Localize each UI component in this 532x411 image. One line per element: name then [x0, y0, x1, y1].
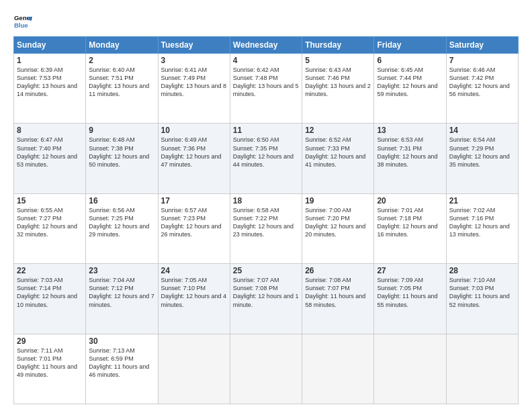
- calendar-page: General Blue SundayMondayTuesdayWednesda…: [0, 0, 532, 411]
- day-info: Sunrise: 6:50 AMSunset: 7:35 PMDaylight:…: [233, 136, 299, 169]
- day-number: 22: [17, 266, 83, 275]
- calendar-cell: 4Sunrise: 6:42 AMSunset: 7:48 PMDaylight…: [230, 54, 302, 124]
- weekday-header-thursday: Thursday: [302, 37, 374, 54]
- day-info: Sunrise: 7:07 AMSunset: 7:08 PMDaylight:…: [233, 276, 299, 309]
- day-number: 18: [233, 196, 299, 205]
- calendar-cell: 22Sunrise: 7:03 AMSunset: 7:14 PMDayligh…: [14, 264, 86, 334]
- day-info: Sunrise: 7:13 AMSunset: 6:59 PMDaylight:…: [89, 347, 154, 379]
- day-number: 10: [161, 126, 227, 135]
- day-info: Sunrise: 6:47 AMSunset: 7:40 PMDaylight:…: [17, 136, 83, 169]
- calendar-cell: [302, 334, 374, 404]
- svg-text:Blue: Blue: [14, 21, 28, 29]
- day-number: 2: [89, 56, 154, 65]
- calendar-cell: 21Sunrise: 7:02 AMSunset: 7:16 PMDayligh…: [446, 193, 518, 263]
- calendar-week-row: 1Sunrise: 6:39 AMSunset: 7:53 PMDaylight…: [14, 54, 519, 124]
- day-info: Sunrise: 6:42 AMSunset: 7:48 PMDaylight:…: [233, 66, 299, 99]
- day-info: Sunrise: 6:55 AMSunset: 7:27 PMDaylight:…: [17, 206, 83, 239]
- calendar-cell: 18Sunrise: 6:58 AMSunset: 7:22 PMDayligh…: [230, 193, 302, 263]
- day-number: 6: [377, 56, 443, 65]
- calendar-cell: 3Sunrise: 6:41 AMSunset: 7:49 PMDaylight…: [158, 54, 230, 124]
- calendar-cell: 6Sunrise: 6:45 AMSunset: 7:44 PMDaylight…: [374, 54, 446, 124]
- weekday-header-saturday: Saturday: [446, 37, 518, 54]
- calendar-cell: 25Sunrise: 7:07 AMSunset: 7:08 PMDayligh…: [230, 264, 302, 334]
- calendar-cell: [446, 334, 518, 404]
- day-info: Sunrise: 6:58 AMSunset: 7:22 PMDaylight:…: [233, 206, 299, 239]
- day-info: Sunrise: 6:53 AMSunset: 7:31 PMDaylight:…: [377, 136, 443, 169]
- day-info: Sunrise: 6:46 AMSunset: 7:42 PMDaylight:…: [449, 66, 515, 99]
- day-number: 29: [17, 336, 83, 346]
- day-number: 12: [305, 126, 371, 135]
- day-info: Sunrise: 6:54 AMSunset: 7:29 PMDaylight:…: [449, 136, 515, 169]
- header: General Blue: [13, 12, 519, 31]
- day-info: Sunrise: 6:45 AMSunset: 7:44 PMDaylight:…: [377, 66, 443, 99]
- day-number: 19: [305, 196, 371, 205]
- calendar-cell: 27Sunrise: 7:09 AMSunset: 7:05 PMDayligh…: [374, 264, 446, 334]
- calendar-cell: 16Sunrise: 6:56 AMSunset: 7:25 PMDayligh…: [86, 193, 158, 263]
- calendar-cell: 17Sunrise: 6:57 AMSunset: 7:23 PMDayligh…: [158, 193, 230, 263]
- calendar-week-row: 15Sunrise: 6:55 AMSunset: 7:27 PMDayligh…: [14, 193, 519, 263]
- calendar-cell: [158, 334, 230, 404]
- calendar-cell: 28Sunrise: 7:10 AMSunset: 7:03 PMDayligh…: [446, 264, 518, 334]
- day-info: Sunrise: 6:39 AMSunset: 7:53 PMDaylight:…: [17, 66, 83, 99]
- calendar-cell: 29Sunrise: 7:11 AMSunset: 7:01 PMDayligh…: [14, 334, 86, 404]
- day-info: Sunrise: 6:48 AMSunset: 7:38 PMDaylight:…: [89, 136, 154, 169]
- day-number: 7: [449, 56, 515, 65]
- calendar-cell: 11Sunrise: 6:50 AMSunset: 7:35 PMDayligh…: [230, 124, 302, 193]
- calendar-table: SundayMondayTuesdayWednesdayThursdayFrid…: [13, 36, 519, 404]
- day-info: Sunrise: 6:40 AMSunset: 7:51 PMDaylight:…: [89, 66, 154, 99]
- day-number: 27: [377, 266, 443, 275]
- calendar-week-row: 8Sunrise: 6:47 AMSunset: 7:40 PMDaylight…: [14, 124, 519, 193]
- day-number: 21: [449, 196, 515, 205]
- day-number: 1: [17, 56, 83, 65]
- calendar-cell: [230, 334, 302, 404]
- calendar-cell: 5Sunrise: 6:43 AMSunset: 7:46 PMDaylight…: [302, 54, 374, 124]
- day-number: 8: [17, 126, 83, 135]
- day-info: Sunrise: 7:01 AMSunset: 7:18 PMDaylight:…: [377, 206, 443, 239]
- day-info: Sunrise: 7:02 AMSunset: 7:16 PMDaylight:…: [449, 206, 515, 239]
- day-info: Sunrise: 6:56 AMSunset: 7:25 PMDaylight:…: [89, 206, 154, 239]
- day-number: 3: [161, 56, 227, 65]
- calendar-cell: 30Sunrise: 7:13 AMSunset: 6:59 PMDayligh…: [86, 334, 158, 404]
- day-info: Sunrise: 6:43 AMSunset: 7:46 PMDaylight:…: [305, 66, 371, 99]
- calendar-week-row: 29Sunrise: 7:11 AMSunset: 7:01 PMDayligh…: [14, 334, 519, 404]
- day-info: Sunrise: 6:41 AMSunset: 7:49 PMDaylight:…: [161, 66, 227, 99]
- calendar-cell: 7Sunrise: 6:46 AMSunset: 7:42 PMDaylight…: [446, 54, 518, 124]
- calendar-cell: [374, 334, 446, 404]
- day-number: 26: [305, 266, 371, 275]
- calendar-cell: 14Sunrise: 6:54 AMSunset: 7:29 PMDayligh…: [446, 124, 518, 193]
- weekday-header-tuesday: Tuesday: [158, 37, 230, 54]
- day-number: 24: [161, 266, 227, 275]
- day-info: Sunrise: 6:49 AMSunset: 7:36 PMDaylight:…: [161, 136, 227, 169]
- weekday-header-wednesday: Wednesday: [230, 37, 302, 54]
- day-number: 15: [17, 196, 83, 205]
- day-info: Sunrise: 7:10 AMSunset: 7:03 PMDaylight:…: [449, 276, 515, 309]
- day-info: Sunrise: 6:57 AMSunset: 7:23 PMDaylight:…: [161, 206, 227, 239]
- calendar-cell: 8Sunrise: 6:47 AMSunset: 7:40 PMDaylight…: [14, 124, 86, 193]
- day-number: 28: [449, 266, 515, 275]
- day-info: Sunrise: 7:03 AMSunset: 7:14 PMDaylight:…: [17, 276, 83, 309]
- day-number: 11: [233, 126, 299, 135]
- calendar-cell: 12Sunrise: 6:52 AMSunset: 7:33 PMDayligh…: [302, 124, 374, 193]
- calendar-cell: 2Sunrise: 6:40 AMSunset: 7:51 PMDaylight…: [86, 54, 158, 124]
- calendar-cell: 23Sunrise: 7:04 AMSunset: 7:12 PMDayligh…: [86, 264, 158, 334]
- day-number: 13: [377, 126, 443, 135]
- day-number: 5: [305, 56, 371, 65]
- weekday-header-row: SundayMondayTuesdayWednesdayThursdayFrid…: [14, 37, 519, 54]
- logo: General Blue: [13, 12, 35, 31]
- day-info: Sunrise: 6:52 AMSunset: 7:33 PMDaylight:…: [305, 136, 371, 169]
- calendar-cell: 10Sunrise: 6:49 AMSunset: 7:36 PMDayligh…: [158, 124, 230, 193]
- calendar-week-row: 22Sunrise: 7:03 AMSunset: 7:14 PMDayligh…: [14, 264, 519, 334]
- day-info: Sunrise: 7:04 AMSunset: 7:12 PMDaylight:…: [89, 276, 154, 309]
- calendar-cell: 15Sunrise: 6:55 AMSunset: 7:27 PMDayligh…: [14, 193, 86, 263]
- day-number: 20: [377, 196, 443, 205]
- calendar-cell: 26Sunrise: 7:08 AMSunset: 7:07 PMDayligh…: [302, 264, 374, 334]
- day-number: 25: [233, 266, 299, 275]
- day-number: 14: [449, 126, 515, 135]
- day-number: 17: [161, 196, 227, 205]
- day-info: Sunrise: 7:00 AMSunset: 7:20 PMDaylight:…: [305, 206, 371, 239]
- weekday-header-sunday: Sunday: [14, 37, 86, 54]
- calendar-cell: 1Sunrise: 6:39 AMSunset: 7:53 PMDaylight…: [14, 54, 86, 124]
- day-number: 16: [89, 196, 154, 205]
- calendar-cell: 19Sunrise: 7:00 AMSunset: 7:20 PMDayligh…: [302, 193, 374, 263]
- day-number: 30: [89, 336, 154, 346]
